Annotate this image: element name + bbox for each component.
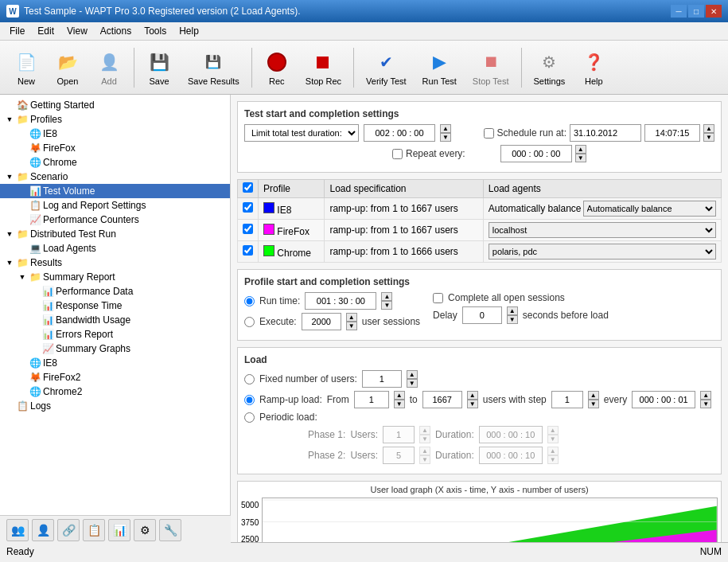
fixed-spin[interactable]: ▲ ▼	[407, 370, 418, 388]
sidebar-item-errors[interactable]: 📊 Errors Report	[0, 327, 230, 341]
sidebar-btn-3[interactable]: 🔗	[57, 519, 80, 541]
chrome-check[interactable]	[243, 245, 253, 256]
minimize-button[interactable]: ─	[671, 5, 687, 18]
menu-view[interactable]: View	[62, 24, 92, 38]
schedule-up[interactable]: ▲	[703, 124, 714, 133]
sidebar-item-response-time[interactable]: 📊 Response Time	[0, 299, 230, 313]
repeat-up[interactable]: ▲	[575, 145, 586, 154]
sidebar-item-bandwidth[interactable]: 📊 Bandwidth Usage	[0, 313, 230, 327]
run-time-radio[interactable]	[244, 296, 255, 306]
fixed-down[interactable]: ▼	[407, 379, 418, 388]
duration-input[interactable]	[364, 124, 435, 142]
sidebar-item-profiles[interactable]: ▼ 📁 Profiles	[0, 112, 230, 127]
schedule-spin[interactable]: ▲ ▼	[703, 124, 714, 142]
sidebar-btn-2[interactable]: 👤	[32, 519, 54, 541]
stop-test-button[interactable]: ⏹ Stop Test	[465, 45, 516, 91]
execute-up[interactable]: ▲	[346, 313, 357, 322]
menu-file[interactable]: File	[5, 24, 29, 38]
add-button[interactable]: 👤 Add	[89, 45, 129, 91]
limit-dropdown[interactable]: Limit total test duration:	[244, 124, 359, 142]
run-time-down[interactable]: ▼	[381, 301, 392, 310]
repeat-spin[interactable]: ▲ ▼	[575, 145, 586, 162]
rec-button[interactable]: Rec	[257, 45, 297, 91]
sidebar-item-perf-counters[interactable]: 📈 Performance Counters	[0, 213, 230, 227]
sidebar-btn-5[interactable]: 📊	[108, 519, 130, 541]
run-time-up[interactable]: ▲	[381, 292, 392, 301]
periodic-radio[interactable]	[244, 412, 255, 423]
sidebar-item-logs[interactable]: 📋 Logs	[0, 399, 230, 413]
execute-spin[interactable]: ▲ ▼	[346, 313, 357, 330]
ramp-step-down[interactable]: ▼	[588, 400, 599, 408]
close-button[interactable]: ✕	[706, 5, 722, 18]
fixed-input[interactable]	[362, 370, 402, 388]
delay-spin[interactable]: ▲ ▼	[507, 306, 518, 324]
duration-up[interactable]: ▲	[440, 124, 451, 133]
ramp-radio[interactable]	[244, 395, 255, 405]
menu-edit[interactable]: Edit	[33, 24, 59, 38]
complete-sessions-check[interactable]	[433, 293, 443, 303]
sidebar-item-log-report[interactable]: 📋 Log and Report Settings	[0, 198, 230, 213]
firefox-check[interactable]	[243, 224, 253, 234]
sidebar-item-results[interactable]: ▼ 📁 Results	[0, 256, 230, 270]
sidebar-item-perf-data[interactable]: 📊 Performance Data	[0, 284, 230, 299]
sidebar-item-load-agents[interactable]: 💻 Load Agents	[0, 241, 230, 256]
sidebar-item-firefox2[interactable]: 🦊 FireFox2	[0, 370, 230, 384]
ramp-to-down[interactable]: ▼	[467, 400, 478, 408]
chrome-agents-select[interactable]: polaris, pdc	[489, 244, 716, 260]
ramp-step-up[interactable]: ▲	[588, 391, 599, 400]
sidebar-item-getting-started[interactable]: 🏠 Getting Started	[0, 98, 230, 112]
run-test-button[interactable]: ▶ Run Test	[415, 45, 464, 91]
ramp-every-up[interactable]: ▲	[700, 391, 711, 400]
menu-actions[interactable]: Actions	[95, 24, 136, 38]
sidebar-item-distributed[interactable]: ▼ 📁 Distributed Test Run	[0, 227, 230, 241]
sidebar-btn-6[interactable]: ⚙	[134, 519, 156, 541]
sidebar-item-scenario[interactable]: ▼ 📁 Scenario	[0, 170, 230, 184]
sidebar-item-summary-report[interactable]: ▼ 📁 Summary Report	[0, 270, 230, 284]
execute-input[interactable]	[302, 313, 341, 330]
menu-tools[interactable]: Tools	[139, 24, 171, 38]
sidebar-item-ie8-result[interactable]: 🌐 IE8	[0, 356, 230, 370]
sidebar-btn-1[interactable]: 👥	[6, 519, 29, 541]
sidebar-item-chrome2[interactable]: 🌐 Chrome2	[0, 384, 230, 399]
ramp-to-spin[interactable]: ▲ ▼	[467, 391, 478, 408]
execute-radio[interactable]	[244, 317, 255, 327]
run-time-spin[interactable]: ▲ ▼	[381, 292, 392, 310]
fixed-radio[interactable]	[244, 374, 255, 384]
stop-rec-button[interactable]: ⏹ Stop Rec	[298, 45, 348, 91]
sidebar-item-firefox[interactable]: 🦊 FireFox	[0, 141, 230, 155]
duration-spin[interactable]: ▲ ▼	[440, 124, 451, 142]
delay-input[interactable]	[462, 306, 502, 324]
ramp-from-down[interactable]: ▼	[394, 400, 405, 408]
delay-up[interactable]: ▲	[507, 306, 518, 315]
open-button[interactable]: 📂 Open	[48, 45, 88, 91]
duration-down[interactable]: ▼	[440, 133, 451, 142]
repeat-input[interactable]	[500, 145, 572, 162]
new-button[interactable]: 📄 New	[6, 45, 46, 91]
help-button[interactable]: ❓ Help	[574, 45, 613, 91]
sidebar-btn-7[interactable]: 🔧	[159, 519, 181, 541]
ramp-step-spin[interactable]: ▲ ▼	[588, 391, 599, 408]
maximize-button[interactable]: □	[688, 5, 704, 18]
sidebar-item-test-volume[interactable]: 📊 Test Volume	[0, 184, 230, 198]
sidebar-item-summary-graphs[interactable]: 📈 Summary Graphs	[0, 341, 230, 356]
repeat-checkbox[interactable]	[392, 149, 403, 159]
menu-help[interactable]: Help	[174, 24, 204, 38]
ramp-to-up[interactable]: ▲	[467, 391, 478, 400]
repeat-down[interactable]: ▼	[575, 154, 586, 162]
sidebar-item-ie8[interactable]: 🌐 IE8	[0, 127, 230, 141]
sidebar-item-chrome[interactable]: 🌐 Chrome	[0, 155, 230, 170]
schedule-down[interactable]: ▼	[703, 133, 714, 142]
sidebar-btn-4[interactable]: 📋	[83, 519, 105, 541]
ramp-every-input[interactable]	[632, 391, 695, 408]
ie8-agents-select[interactable]: Automatically balance	[583, 201, 716, 217]
select-all-checkbox[interactable]	[243, 182, 253, 193]
firefox-agents-select[interactable]: localhost	[489, 222, 716, 238]
ramp-from-spin[interactable]: ▲ ▼	[394, 391, 405, 408]
fixed-up[interactable]: ▲	[407, 370, 418, 379]
schedule-checkbox[interactable]	[484, 128, 494, 139]
ramp-from-input[interactable]	[354, 391, 389, 408]
ramp-from-up[interactable]: ▲	[394, 391, 405, 400]
schedule-date[interactable]	[570, 124, 641, 142]
ramp-step-input[interactable]	[551, 391, 583, 408]
ramp-to-input[interactable]	[422, 391, 462, 408]
